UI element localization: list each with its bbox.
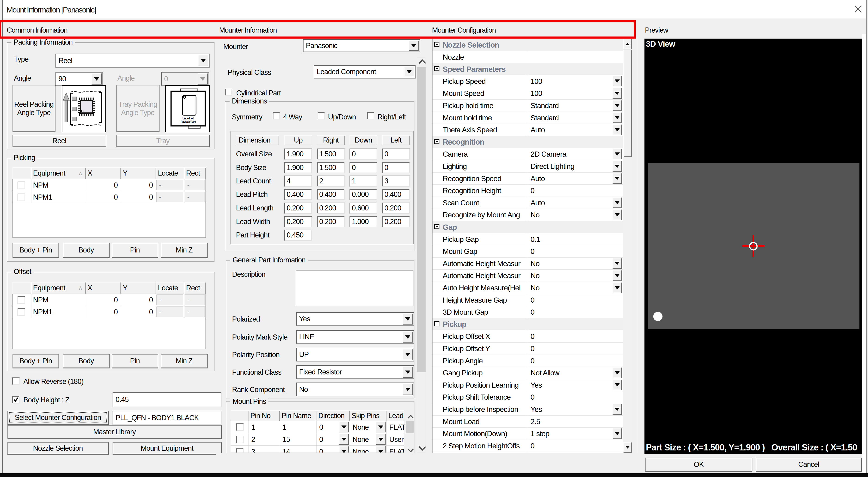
svg-text:PackageType: PackageType — [181, 120, 196, 123]
svg-text:Undefined: Undefined — [182, 117, 194, 120]
